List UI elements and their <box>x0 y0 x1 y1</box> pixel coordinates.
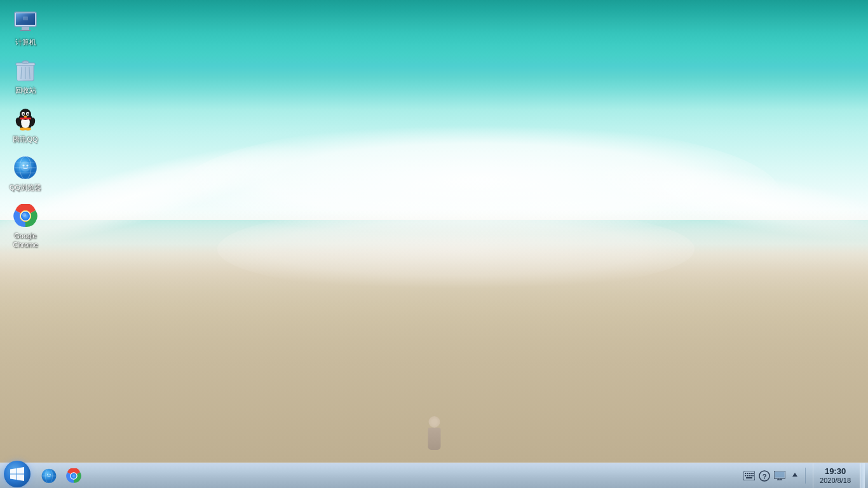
svg-point-28 <box>25 127 31 130</box>
svg-point-20 <box>27 113 29 115</box>
taskbar-chrome[interactable] <box>62 464 85 487</box>
svg-rect-55 <box>745 475 746 476</box>
desktop: 计算机 <box>0 0 868 488</box>
svg-point-21 <box>24 113 24 114</box>
person-figure <box>426 415 442 453</box>
computer-icon-label: 计算机 <box>15 37 36 46</box>
qq-browser-icon <box>13 155 38 180</box>
show-desktop-button[interactable] <box>860 463 865 489</box>
desktop-icon-qq[interactable]: 腾讯QQ <box>3 104 48 147</box>
svg-rect-60 <box>746 477 752 478</box>
svg-rect-58 <box>750 475 752 476</box>
svg-point-37 <box>27 165 29 166</box>
svg-rect-57 <box>749 475 750 476</box>
desktop-icons: 计算机 <box>3 6 48 253</box>
taskbar: ? <box>0 463 868 488</box>
svg-rect-59 <box>752 475 754 476</box>
svg-marker-68 <box>792 473 797 477</box>
desktop-icon-qq-browser[interactable]: QQ浏览器 <box>3 152 48 195</box>
start-button[interactable] <box>0 463 34 489</box>
help-tray-icon[interactable]: ? <box>758 470 771 482</box>
svg-point-19 <box>23 113 25 115</box>
svg-rect-4 <box>20 30 31 31</box>
svg-text:?: ? <box>763 472 767 480</box>
svg-rect-52 <box>749 473 750 474</box>
computer-icon <box>13 10 38 35</box>
recycle-bin-icon-label: 回收站 <box>15 86 36 95</box>
desktop-icon-google-chrome[interactable]: GoogleChrome <box>3 200 48 253</box>
taskbar-items <box>34 463 85 488</box>
svg-rect-51 <box>747 473 748 474</box>
svg-rect-5 <box>23 17 28 20</box>
clock-date: 2020/8/18 <box>820 477 851 485</box>
svg-point-48 <box>71 473 77 478</box>
qq-browser-icon-label: QQ浏览器 <box>10 183 41 192</box>
keyboard-tray-icon[interactable] <box>743 470 756 482</box>
chrome-icon-label: GoogleChrome <box>13 231 37 250</box>
tray-divider <box>805 468 806 484</box>
svg-point-23 <box>24 116 27 118</box>
svg-rect-64 <box>775 471 785 477</box>
svg-rect-54 <box>752 473 754 474</box>
tray-icons: ? <box>740 463 810 488</box>
svg-rect-24 <box>20 118 31 119</box>
svg-rect-53 <box>750 473 752 474</box>
svg-point-46 <box>50 473 51 475</box>
system-tray: ? <box>740 463 868 488</box>
display-tray-icon[interactable] <box>773 470 786 482</box>
desktop-icon-computer[interactable]: 计算机 <box>3 6 48 50</box>
svg-rect-3 <box>22 27 29 30</box>
svg-point-22 <box>28 113 29 114</box>
qq-icon <box>13 107 38 132</box>
clock-time: 19:30 <box>825 466 846 477</box>
svg-rect-56 <box>747 475 748 476</box>
clock-area[interactable]: 19:30 2020/8/18 <box>813 463 857 488</box>
svg-point-35 <box>20 161 31 172</box>
svg-rect-50 <box>745 473 746 474</box>
taskbar-qq-browser[interactable] <box>37 464 60 487</box>
svg-point-45 <box>47 473 48 475</box>
svg-point-36 <box>23 165 25 166</box>
start-orb <box>4 461 31 487</box>
svg-point-41 <box>22 213 26 217</box>
qq-icon-label: 腾讯QQ <box>13 135 37 144</box>
desktop-icon-recycle-bin[interactable]: 回收站 <box>3 55 48 98</box>
recycle-bin-icon <box>13 58 38 83</box>
show-hidden-icons[interactable] <box>789 470 801 482</box>
chrome-icon <box>13 203 38 229</box>
